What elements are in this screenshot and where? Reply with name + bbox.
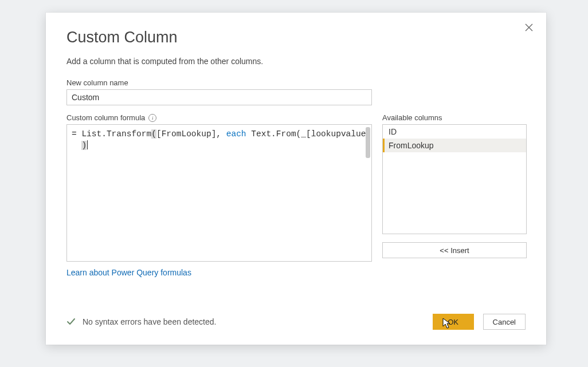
learn-more-link[interactable]: Learn about Power Query formulas [66,268,191,277]
dialog-subtitle: Add a column that is computed from the o… [66,57,526,66]
column-name-label: New column name [66,78,526,87]
ok-button-label: OK [448,318,458,326]
formula-text: Text.From [251,129,296,139]
close-icon[interactable] [524,23,536,34]
scrollbar-thumb[interactable] [366,127,370,158]
info-icon[interactable]: i [148,114,156,122]
formula-text [246,129,252,139]
dialog-title: Custom Column [66,29,526,46]
text-caret [87,140,88,149]
status-text: No syntax errors have been detected. [83,317,216,326]
formula-editor[interactable]: = List.Transform([FromLookup], each Text… [66,124,372,262]
formula-label-text: Custom column formula [66,113,145,122]
formula-keyword: each [226,129,246,139]
available-columns-list: IDFromLookup [382,124,527,234]
formula-text: List.Transform [81,129,151,139]
formula-text: [FromLookup], [156,129,226,139]
column-name-input[interactable] [66,89,372,105]
formula-text: (_[lookupvalue]) [296,129,372,139]
available-columns-label: Available columns [382,113,527,122]
formula-text: = [72,129,81,139]
check-icon [66,317,76,326]
ok-button[interactable]: OK [433,314,474,330]
insert-button[interactable]: << Insert [382,242,527,258]
available-column-item[interactable]: ID [383,125,526,139]
cancel-button[interactable]: Cancel [483,314,526,330]
available-column-item[interactable]: FromLookup [383,139,526,152]
formula-label: Custom column formula i [66,113,372,122]
formula-paren-open: ( [151,129,156,139]
formula-paren-close: ) [81,141,87,150]
custom-column-dialog: Custom Column Add a column that is compu… [46,13,546,345]
